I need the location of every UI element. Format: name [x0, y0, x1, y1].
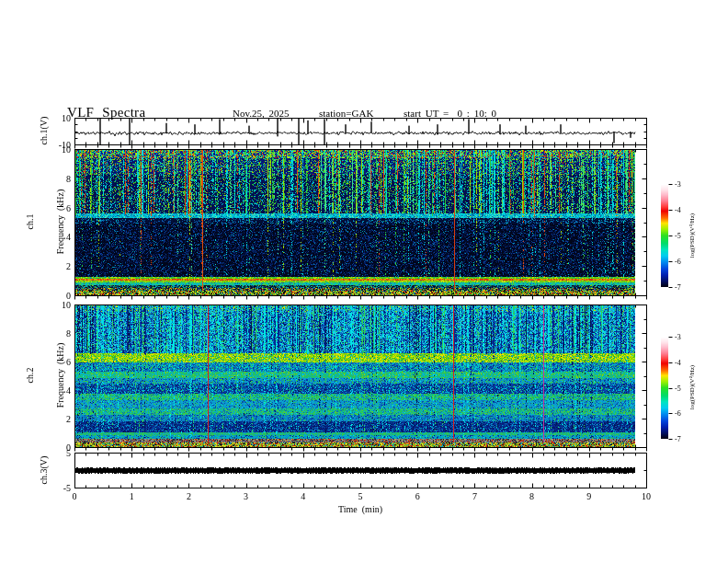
ch3-y-tick-label: -5	[63, 483, 71, 493]
spec2-y-tick-label: 2	[66, 414, 71, 424]
time-tick-label: 9	[586, 491, 591, 501]
time-tick-label: 4	[301, 491, 305, 501]
spec1-channel-label: ch.1	[25, 190, 35, 255]
spec2-y-tick-label: 8	[66, 328, 71, 339]
spec1-y-tick-label: 2	[66, 261, 71, 271]
ch3-y-tick-label: 5	[66, 448, 71, 458]
colorbar1-tick-label: -7	[675, 283, 681, 292]
header-start-ut: start UT = 0 : 10: 0	[404, 108, 496, 119]
time-tick-label: 0	[73, 491, 77, 501]
time-tick-label: 5	[358, 491, 363, 501]
spec1-y-tick-label: 6	[66, 202, 71, 213]
spec2-y-axis-label: ch.2 Frequency (kHz)	[5, 343, 85, 408]
figure-title: VLF Spectra	[67, 105, 145, 121]
spec2-y-tick-label: 4	[66, 385, 71, 396]
colorbar1-tick-label: -5	[675, 232, 681, 240]
spec2-y-tick-label: 6	[66, 357, 71, 367]
header-station: station=GAK	[319, 108, 373, 119]
time-tick-label: 2	[187, 491, 191, 501]
ch1-voltage-axis-label: ch.1(V)	[39, 117, 49, 145]
header-date: Nov.25, 2025	[233, 108, 289, 119]
spec1-y-tick-label: 10	[62, 144, 71, 155]
vlf-spectra-figure: VLF Spectra Nov.25, 2025 station=GAK sta…	[0, 0, 728, 563]
spec2-channel-label: ch.2	[25, 343, 35, 408]
spec1-frequency-label: Frequency (kHz)	[55, 190, 65, 255]
spec1-y-axis-label: ch.1 Frequency (kHz)	[5, 190, 85, 255]
time-tick-label: 7	[472, 491, 477, 501]
time-tick-label: 8	[529, 491, 534, 501]
time-axis-label: Time (min)	[338, 504, 382, 514]
time-tick-label: 6	[415, 491, 420, 501]
spec1-y-tick-label: 8	[66, 173, 71, 183]
time-tick-label: 10	[642, 491, 651, 501]
spectra-plot-canvas	[0, 0, 728, 563]
time-tick-label: 1	[130, 491, 134, 501]
colorbar2-label: log(PSD)(V²/Hz)	[688, 365, 696, 409]
colorbar1-label: log(PSD)(V²/Hz)	[688, 213, 696, 258]
colorbar1-tick-label: -6	[675, 258, 681, 266]
spec2-frequency-label: Frequency (kHz)	[55, 343, 65, 408]
colorbar2-tick-label: -5	[675, 384, 681, 392]
colorbar2-tick-label: -4	[675, 358, 681, 366]
colorbar2-tick-label: -3	[675, 333, 681, 341]
ch1-y-tick-label: 10	[62, 113, 71, 123]
colorbar1-tick-label: -3	[675, 180, 681, 189]
ch3-voltage-axis-label: ch.3(V)	[39, 456, 49, 485]
spec1-y-tick-label: 4	[66, 232, 71, 242]
colorbar1-tick-label: -4	[675, 206, 681, 214]
colorbar2-tick-label: -6	[675, 409, 681, 418]
time-tick-label: 3	[244, 491, 248, 501]
spec2-y-tick-label: 10	[62, 300, 71, 310]
colorbar2-tick-label: -7	[675, 435, 681, 443]
